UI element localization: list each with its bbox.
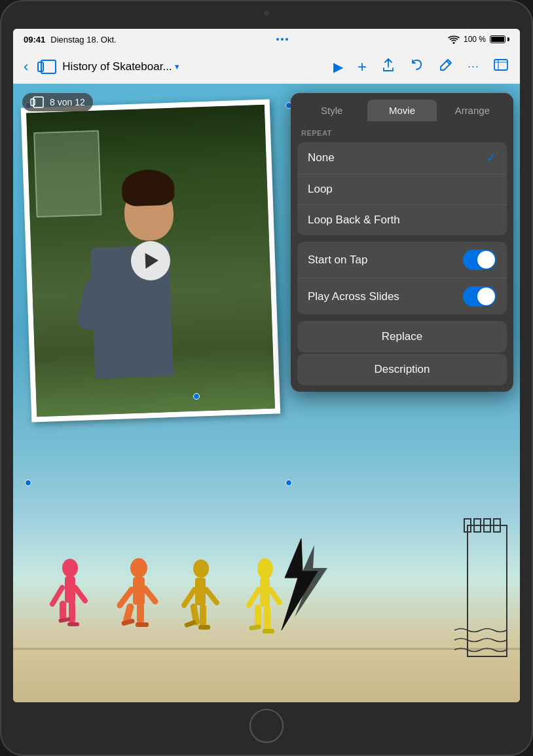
svg-point-28	[193, 559, 209, 578]
svg-rect-44	[468, 525, 507, 656]
top-camera	[264, 10, 269, 16]
battery-percent: 100 %	[464, 35, 486, 44]
repeat-loop-back-option[interactable]: Loop Back & Forth	[297, 205, 507, 235]
window-bg	[33, 130, 101, 217]
none-checkmark: ✓	[487, 151, 496, 165]
svg-rect-40	[249, 624, 261, 631]
svg-rect-3	[494, 60, 507, 70]
status-right: 100 %	[448, 35, 509, 44]
battery-icon	[490, 35, 509, 43]
svg-rect-17	[67, 622, 79, 626]
svg-rect-29	[195, 578, 206, 605]
dots-menu	[276, 38, 288, 41]
format-panel: Style Movie Arrange REPEAT	[291, 93, 513, 392]
person-hair	[121, 168, 175, 206]
status-left: 09:41 Dienstag 18. Okt.	[24, 35, 117, 45]
panel-tabs: Style Movie Arrange	[291, 93, 513, 121]
date-display: Dienstag 18. Okt.	[50, 35, 116, 45]
undo-button[interactable]	[405, 55, 430, 78]
repeat-loop-option[interactable]: Loop	[297, 174, 507, 205]
video-frame[interactable]	[21, 100, 281, 423]
start-on-tap-toggle[interactable]	[463, 250, 496, 270]
replace-button[interactable]: Replace	[297, 321, 507, 352]
more-button[interactable]: ···	[462, 57, 485, 76]
add-button[interactable]: +	[352, 55, 372, 79]
skater-orange	[115, 558, 164, 640]
ipad-frame: 09:41 Dienstag 18. Okt. 100 %	[0, 0, 533, 756]
svg-rect-21	[133, 577, 145, 605]
lightning-sketch	[262, 532, 340, 637]
home-button[interactable]	[249, 709, 284, 743]
svg-rect-14	[60, 601, 66, 620]
svg-line-26	[120, 590, 132, 605]
repeat-label: REPEAT	[301, 129, 503, 137]
svg-rect-25	[136, 622, 149, 627]
svg-rect-7	[31, 99, 35, 105]
tab-style[interactable]: Style	[297, 100, 366, 121]
share-button[interactable]	[376, 55, 401, 78]
selection-handle-br[interactable]	[285, 480, 292, 486]
tab-arrange[interactable]: Arrange	[438, 100, 507, 121]
play-button[interactable]: ▶	[328, 56, 348, 77]
toggle-knob-1	[477, 251, 495, 269]
toggle-options: Start on Tap Play Across Slides	[297, 242, 507, 314]
play-across-slides-toggle-row: Play Across Slides	[297, 278, 507, 314]
svg-rect-33	[198, 625, 210, 630]
slide-background: 8 von 12	[13, 84, 520, 702]
back-button[interactable]: ‹	[20, 56, 32, 78]
repeat-none-option[interactable]: None ✓	[297, 142, 507, 174]
tab-movie[interactable]: Movie	[367, 100, 436, 121]
slides-view-button[interactable]	[488, 55, 513, 78]
time-display: 09:41	[24, 35, 45, 45]
svg-rect-32	[184, 620, 196, 628]
repeat-section: REPEAT	[291, 121, 513, 142]
svg-line-35	[206, 590, 217, 603]
play-across-slides-label: Play Across Slides	[308, 290, 399, 303]
slides-panel-button[interactable]	[36, 58, 58, 76]
svg-rect-31	[200, 604, 206, 626]
screen: 09:41 Dienstag 18. Okt. 100 %	[13, 29, 520, 702]
svg-line-19	[75, 588, 85, 601]
slide-counter[interactable]: 8 von 12	[22, 93, 93, 111]
slides-icon	[30, 96, 45, 108]
photo-inner	[26, 105, 275, 417]
document-title: History of Skateboar...	[62, 60, 172, 73]
repeat-options-list: None ✓ Loop Loop Back & Forth	[297, 142, 507, 235]
description-button[interactable]: Description	[297, 354, 507, 385]
play-triangle	[145, 253, 159, 269]
skater-dark-yellow	[180, 558, 223, 643]
start-on-tap-toggle-row: Start on Tap	[297, 242, 507, 278]
svg-line-34	[184, 590, 194, 605]
content-area: 8 von 12	[13, 84, 520, 702]
title-chevron[interactable]: ▾	[175, 62, 179, 71]
status-bar: 09:41 Dienstag 18. Okt. 100 %	[13, 29, 520, 50]
selection-handle-right[interactable]	[193, 393, 200, 400]
castle-sketch	[389, 499, 520, 683]
start-on-tap-label: Start on Tap	[308, 254, 367, 267]
brush-button[interactable]	[433, 55, 458, 78]
toolbar: ‹ History of Skateboar... ▾ ▶ +	[13, 50, 520, 84]
play-across-slides-toggle[interactable]	[463, 286, 496, 307]
svg-rect-23	[137, 603, 144, 624]
svg-point-20	[130, 558, 147, 578]
toolbar-title-area: History of Skateboar... ▾	[62, 60, 324, 73]
toggle-knob-2	[477, 288, 495, 305]
slide-count-text: 8 von 12	[50, 97, 85, 107]
svg-point-12	[62, 559, 78, 577]
panel-action-buttons: Replace Description	[291, 314, 513, 392]
svg-point-0	[452, 42, 454, 44]
svg-line-27	[145, 588, 155, 601]
wifi-icon	[448, 35, 460, 44]
svg-line-42	[249, 590, 259, 605]
selection-handle-bl[interactable]	[25, 480, 31, 486]
skater-pink	[49, 558, 92, 637]
